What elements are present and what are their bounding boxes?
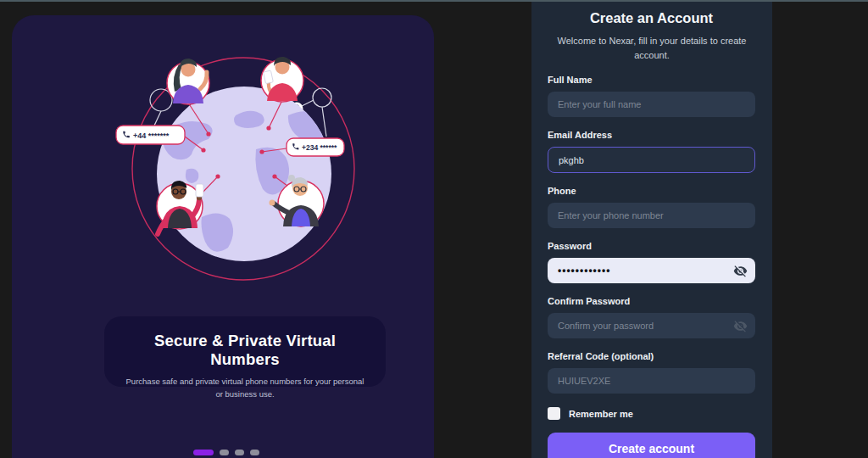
remember-checkbox[interactable] [548, 407, 560, 420]
promo-caption-card: Secure & Private Virtual Numbers Purchas… [104, 316, 386, 387]
signup-panel: Create an Account Welcome to Nexar, fill… [531, 2, 772, 458]
globe-illustration: +44 ******* +234 ****** [12, 15, 434, 312]
password-input[interactable] [548, 258, 755, 283]
phone-label: Phone [548, 186, 755, 196]
promo-subtitle: Purchase safe and private virtual phone … [121, 376, 369, 400]
full-name-label: Full Name [548, 75, 755, 85]
referral-input[interactable] [548, 368, 755, 394]
phone-badge-ng: +234 ****** [287, 138, 344, 156]
referral-label: Referral Code (optional) [548, 351, 755, 361]
full-name-field: Full Name [548, 75, 755, 117]
person-top-right [261, 57, 303, 102]
confirm-password-input[interactable] [548, 313, 755, 338]
carousel-dot[interactable] [220, 450, 229, 455]
carousel-dot-active[interactable] [193, 450, 214, 455]
carousel-dot[interactable] [235, 450, 244, 455]
referral-field: Referral Code (optional) [548, 351, 755, 394]
confirm-password-field: Confirm Password [548, 296, 755, 338]
form-subtitle: Welcome to Nexar, fill in your details t… [548, 34, 756, 62]
svg-text:+44 *******: +44 ******* [133, 131, 170, 140]
carousel-dots [193, 450, 259, 455]
confirm-password-eye-off-icon[interactable] [732, 318, 748, 333]
confirm-password-label: Confirm Password [548, 296, 755, 306]
email-input[interactable] [548, 147, 755, 173]
full-name-input[interactable] [548, 92, 755, 117]
phone-field: Phone [548, 186, 755, 228]
carousel-dot[interactable] [250, 450, 259, 455]
svg-text:+234 ******: +234 ****** [302, 143, 337, 152]
password-eye-off-icon[interactable] [732, 263, 748, 278]
phone-badge-uk: +44 ******* [116, 126, 185, 144]
password-label: Password [548, 241, 755, 251]
promo-title: Secure & Private Virtual Numbers [121, 332, 369, 369]
phone-input[interactable] [548, 203, 755, 228]
promo-panel: +44 ******* +234 ****** [12, 15, 434, 458]
create-account-button[interactable]: Create account [548, 433, 755, 458]
remember-me-row[interactable]: Remember me [548, 407, 755, 420]
globe [157, 87, 331, 261]
form-title: Create an Account [548, 10, 755, 26]
remember-label: Remember me [569, 409, 633, 419]
password-field: Password [548, 241, 755, 283]
email-field: Email Address [548, 130, 755, 173]
email-label: Email Address [548, 130, 755, 140]
